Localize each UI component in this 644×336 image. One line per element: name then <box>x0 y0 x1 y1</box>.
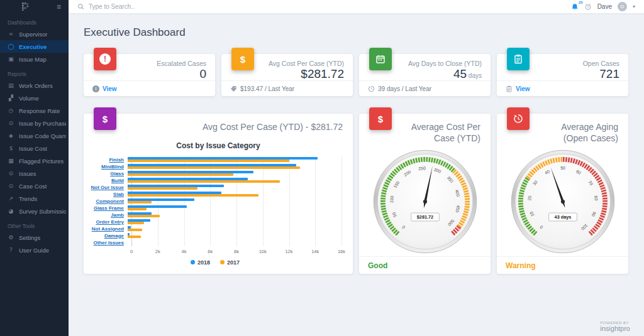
category-label-miniblind[interactable]: MiniBlind <box>89 163 128 170</box>
notification-badge: 25 <box>579 1 583 4</box>
sidebar-item-issue-code-quantity[interactable]: ◈Issue Code Quantity <box>0 129 69 142</box>
sidebar-item-label: Executive <box>19 43 47 50</box>
svg-text:250: 250 <box>418 166 425 171</box>
chart-title: Cost by Issue Category <box>84 141 353 150</box>
history-icon <box>507 107 530 130</box>
app-logo-icon[interactable] <box>21 3 30 12</box>
page-title: Executive Dashboard <box>84 26 628 39</box>
bar-2017 <box>128 180 280 183</box>
bar-chart-row: Not Our Issue <box>89 184 341 191</box>
sidebar: ≡ Dashboards∞Supervisor◯Executive▣Issue … <box>0 0 69 336</box>
search-box <box>77 3 571 10</box>
clock-icon: ◷ <box>8 107 14 114</box>
legend-dot <box>191 260 195 264</box>
category-label-order-entry[interactable]: Order Entry <box>89 219 128 225</box>
bar-track <box>128 198 341 205</box>
kpi-footer-text: $193.47 / Last Year <box>240 85 294 92</box>
menu-toggle-icon[interactable]: ≡ <box>57 3 61 11</box>
avatar[interactable]: D <box>618 2 627 11</box>
category-label-other-issues[interactable]: Other Issues <box>89 239 128 246</box>
sidebar-item-label: Issue Code Quantity <box>19 133 66 139</box>
legend-item-2017[interactable]: 2017 <box>220 259 240 266</box>
main-area: 25 Dave D ▾ Executive Dashboard !Escalat… <box>69 0 644 336</box>
bar-2017 <box>128 208 147 210</box>
chart-icon: ▞ <box>8 95 14 101</box>
history-clock-icon[interactable] <box>584 3 592 11</box>
sidebar-section-label: Reports <box>0 65 69 79</box>
bar-chart-row: Component <box>89 198 341 205</box>
x-tick-label: 14k <box>311 249 319 254</box>
x-tick-label: 0 <box>130 249 133 254</box>
view-link[interactable]: View <box>516 85 530 92</box>
category-label-build[interactable]: Build <box>89 177 128 184</box>
sidebar-item-label: Work Orders <box>19 82 53 89</box>
sidebar-item-issue-map[interactable]: ▣Issue Map <box>0 53 69 65</box>
sidebar-item-volume[interactable]: ▞Volume <box>0 92 69 104</box>
alert-icon: ! <box>99 53 111 65</box>
trend-icon: ↗ <box>8 195 14 202</box>
svg-text:50: 50 <box>560 166 565 170</box>
bar-2017 <box>128 215 160 217</box>
image-icon: ▦ <box>8 158 14 164</box>
sidebar-item-issue-cost[interactable]: $Issue Cost <box>0 142 69 154</box>
map-icon: ▣ <box>8 56 14 62</box>
chevron-down-icon[interactable]: ▾ <box>633 4 635 9</box>
view-link[interactable]: View <box>103 85 117 92</box>
search-input[interactable] <box>89 3 290 10</box>
bar-track <box>128 225 341 232</box>
bar-track <box>128 232 341 239</box>
kpi-card-avg-days-to-close-ytd: Avg Days to Close (YTD)45 days39 days / … <box>359 54 491 96</box>
kpi-value-number: 0 <box>199 67 206 80</box>
kpi-card-footer: 39 days / Last Year <box>359 80 491 96</box>
sidebar-item-survey-submissions[interactable]: ◕Survey Submissions <box>0 205 69 217</box>
bar-track <box>128 219 341 225</box>
sidebar-section-label: Dashboards <box>0 14 69 28</box>
bar-chart-row: Build <box>89 177 341 184</box>
sidebar-item-issue-by-purchase-locati[interactable]: ⊙Issue by Purchase Locati <box>0 117 69 129</box>
calendar-icon <box>369 48 392 70</box>
sidebar-item-flagged-pictures[interactable]: ▦Flagged Pictures <box>0 154 69 167</box>
sidebar-item-case-cost[interactable]: ⊙Case Cost <box>0 180 69 192</box>
kpi-row: !Escalated Cases0!View$Avg Cost Per Case… <box>84 54 628 96</box>
sidebar-item-settings[interactable]: ⚙Settings <box>0 231 69 244</box>
sidebar-item-work-orders[interactable]: ▤Work Orders <box>0 79 69 92</box>
sidebar-item-issues[interactable]: ⊙Issues <box>0 167 69 180</box>
bar-2018 <box>128 226 131 229</box>
gridline <box>341 156 342 246</box>
chart-legend: 20182017 <box>89 259 341 266</box>
sidebar-item-response-rate[interactable]: ◷Response Rate <box>0 104 69 117</box>
sidebar-item-supervisor[interactable]: ∞Supervisor <box>0 28 69 40</box>
dollar-icon: $ <box>8 145 14 151</box>
category-label-glass[interactable]: Glass <box>89 170 128 177</box>
sidebar-item-user-guide[interactable]: ?User Guide <box>0 244 69 256</box>
category-label-damage[interactable]: Damage <box>89 232 128 239</box>
alert-icon: ! <box>94 48 116 70</box>
notifications-bell-icon[interactable]: 25 <box>571 3 579 11</box>
gauge-value-label: 43 days <box>554 214 571 220</box>
legend-item-2018[interactable]: 2018 <box>191 259 210 266</box>
bar-2018 <box>128 157 318 160</box>
category-label-not-assigned[interactable]: Not Assigned <box>89 225 128 232</box>
user-name[interactable]: Dave <box>597 3 612 10</box>
category-label-jamb[interactable]: Jamb <box>89 212 128 219</box>
legend-label: 2017 <box>227 259 240 266</box>
category-label-component[interactable]: Component <box>89 198 128 205</box>
category-label-slab[interactable]: Slab <box>89 191 128 198</box>
kpi-value-number: 45 <box>453 67 467 80</box>
bar-chart-plot: FinishMiniBlindGlassBuildNot Our IssueSl… <box>89 156 341 246</box>
sidebar-item-executive[interactable]: ◯Executive <box>0 40 69 53</box>
sidebar-item-label: Supervisor <box>19 31 47 38</box>
category-label-glass-frame[interactable]: Glass Frame <box>89 205 128 212</box>
category-label-finish[interactable]: Finish <box>89 156 128 163</box>
sidebar-item-trends[interactable]: ↗Trends <box>0 192 69 205</box>
bar-2017 <box>128 222 144 224</box>
bar-2018 <box>128 233 130 236</box>
bar-2017 <box>128 229 142 231</box>
bar-chart-card: $Avg Cost Per Case (YTD) - $281.72Cost b… <box>84 114 353 274</box>
bar-2017 <box>128 201 152 203</box>
pie-icon: ◕ <box>8 208 14 214</box>
legend-label: 2018 <box>197 259 210 266</box>
x-tick-label: 16k <box>338 249 345 254</box>
category-label-not-our-issue[interactable]: Not Our Issue <box>89 184 128 191</box>
bar-track <box>128 239 341 246</box>
